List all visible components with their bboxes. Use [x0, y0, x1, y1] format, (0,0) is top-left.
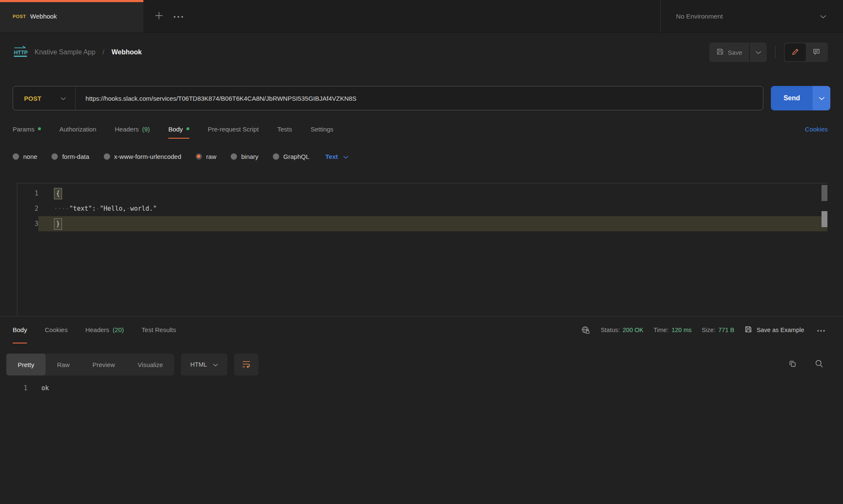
tab-headers[interactable]: Headers (9) — [115, 126, 150, 139]
save-as-example-button[interactable]: Save as Example — [744, 325, 804, 335]
response-line[interactable]: 1 ok — [0, 381, 843, 396]
response-tool-icons — [788, 359, 824, 370]
status-label: Status: — [601, 327, 619, 333]
tab-tests[interactable]: Tests — [277, 126, 292, 139]
breadcrumb-request-name[interactable]: Webhook — [112, 48, 142, 56]
response-tab-tests-label: Test Results — [142, 326, 176, 333]
editor-line[interactable]: 2 ····"text":·"Hello,·world." — [17, 201, 827, 216]
ruler-mark — [821, 185, 827, 201]
body-mode-urlencoded[interactable]: x-www-form-urlencoded — [104, 153, 181, 160]
tab-settings[interactable]: Settings — [310, 126, 333, 139]
chevron-down-icon — [61, 94, 66, 102]
radio-icon — [13, 153, 19, 160]
tab-authorization-label: Authorization — [59, 126, 97, 133]
body-mode-urlencoded-label: x-www-form-urlencoded — [114, 153, 181, 160]
response-format-selector[interactable]: HTML — [181, 354, 227, 375]
editor-line-active[interactable]: 3 } — [17, 216, 827, 231]
wrap-line-button[interactable] — [234, 354, 259, 375]
chevron-down-icon — [213, 361, 218, 368]
breadcrumb: HTTP Knative Sample App / Webhook — [13, 45, 142, 59]
environment-name: No Environment — [676, 13, 723, 20]
tab-method-badge: POST — [13, 14, 26, 19]
open-brace-token: { — [54, 188, 62, 199]
active-tab-indicator — [0, 0, 143, 2]
copy-response-button[interactable] — [788, 359, 797, 370]
tab-authorization[interactable]: Authorization — [59, 126, 97, 139]
environment-selector[interactable]: No Environment — [660, 0, 843, 32]
line-number: 2 — [17, 205, 38, 212]
body-mode-none-label: none — [23, 153, 37, 160]
editor-overview-ruler[interactable] — [821, 183, 827, 316]
save-as-example-label: Save as Example — [757, 327, 804, 333]
body-mode-graphql[interactable]: GraphQL — [273, 153, 310, 160]
response-body-viewer[interactable]: 1 ok — [0, 381, 843, 396]
save-button-label: Save — [728, 49, 742, 56]
wrap-text-icon — [242, 359, 251, 370]
cookies-link[interactable]: Cookies — [805, 126, 828, 139]
edit-request-button[interactable] — [785, 43, 806, 61]
response-tab-test-results[interactable]: Test Results — [142, 316, 176, 343]
view-raw-button[interactable]: Raw — [46, 354, 81, 375]
raw-format-label: Text — [326, 153, 338, 160]
breadcrumb-collection[interactable]: Knative Sample App — [35, 48, 95, 56]
plus-icon — [154, 11, 164, 21]
send-button[interactable]: Send — [771, 86, 813, 110]
tab-prerequest-script[interactable]: Pre-request Script — [208, 126, 259, 139]
response-view-switcher: Pretty Raw Preview Visualize — [6, 354, 174, 375]
tab-title: Webhook — [30, 13, 57, 20]
response-header-row: Body Cookies Headers (20) Test Results S… — [0, 316, 843, 343]
body-mode-none[interactable]: none — [13, 153, 37, 160]
request-body-editor[interactable]: 1 { 2 ····"text":·"Hello,·world." 3 } — [17, 183, 827, 316]
ruler-mark — [821, 211, 827, 227]
meatball-menu-icon — [173, 13, 183, 19]
tab-bar: POST Webhook No Environment — [0, 0, 843, 33]
method-selector[interactable]: POST — [13, 86, 75, 110]
view-preview-button[interactable]: Preview — [81, 354, 126, 375]
headers-count: (9) — [142, 126, 150, 133]
meatball-menu-icon — [817, 327, 825, 333]
json-text-line: ····"text":·"Hello,·world." — [38, 201, 827, 216]
send-options-button[interactable] — [813, 86, 830, 110]
body-active-dot — [186, 127, 189, 130]
view-pretty-button[interactable]: Pretty — [6, 354, 46, 375]
request-tab[interactable]: POST Webhook — [0, 0, 143, 32]
line-number: 3 — [17, 220, 38, 228]
body-mode-form-data-label: form-data — [62, 153, 89, 160]
response-tab-body[interactable]: Body — [13, 316, 27, 343]
tab-body[interactable]: Body — [168, 126, 189, 139]
search-response-button[interactable] — [814, 359, 824, 370]
response-options-button[interactable] — [814, 327, 828, 334]
editor-line[interactable]: 1 { — [17, 186, 827, 201]
response-panel: Body Cookies Headers (20) Test Results S… — [0, 316, 843, 396]
response-tab-cookies-label: Cookies — [45, 326, 67, 333]
save-options-button[interactable] — [750, 43, 767, 62]
tab-body-label: Body — [168, 126, 183, 133]
close-brace-token: } — [54, 218, 62, 230]
response-format-label: HTML — [190, 361, 207, 368]
response-tab-body-label: Body — [13, 326, 27, 333]
response-tab-headers[interactable]: Headers (20) — [85, 316, 124, 343]
raw-format-selector[interactable]: Text — [326, 153, 349, 160]
response-tab-cookies[interactable]: Cookies — [45, 316, 67, 343]
save-button[interactable]: Save — [709, 43, 749, 62]
globe-lock-icon[interactable] — [581, 325, 590, 335]
comment-button[interactable] — [806, 43, 827, 61]
tab-headers-label: Headers — [115, 126, 139, 133]
size-value: 771 B — [718, 327, 734, 333]
body-mode-form-data[interactable]: form-data — [51, 153, 89, 160]
body-mode-raw[interactable]: raw — [196, 153, 216, 160]
comment-bubble-icon — [812, 48, 821, 57]
url-input[interactable]: https://hooks.slack.com/services/T06TD83… — [75, 95, 763, 102]
radio-icon — [104, 153, 110, 160]
chevron-down-icon — [756, 49, 761, 56]
response-tab-headers-label: Headers — [85, 326, 109, 333]
tab-params[interactable]: Params — [13, 126, 41, 139]
body-mode-raw-label: raw — [206, 153, 216, 160]
tab-settings-label: Settings — [310, 126, 333, 133]
pencil-icon — [791, 47, 800, 57]
body-mode-graphql-label: GraphQL — [283, 153, 310, 160]
new-tab-button[interactable] — [149, 0, 169, 32]
view-visualize-button[interactable]: Visualize — [127, 354, 175, 375]
tab-options-button[interactable] — [169, 0, 188, 32]
body-mode-binary[interactable]: binary — [231, 153, 259, 160]
